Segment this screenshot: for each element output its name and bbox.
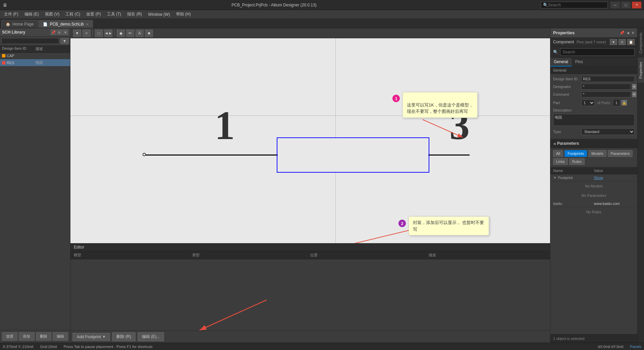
annotation-badge-1: 1: [392, 95, 400, 102]
toolbar-diamond-button[interactable]: ◆: [117, 30, 125, 37]
component-desc-0: [36, 54, 68, 58]
far-tab-properties[interactable]: Properties: [638, 57, 644, 83]
filter-button[interactable]: ▼: [610, 39, 617, 45]
menu-help[interactable]: 帮助 (H): [173, 11, 194, 18]
component-desc-1: 电阻: [36, 60, 68, 65]
minimize-button[interactable]: ─: [610, 2, 620, 8]
lib-search-button[interactable]: ▼: [60, 38, 69, 44]
maximize-button[interactable]: □: [621, 2, 631, 8]
param-btn-models[interactable]: Models: [588, 150, 606, 157]
parameters-collapse-icon[interactable]: ◀: [553, 142, 556, 145]
left-panel-title: SCH Library: [2, 30, 25, 35]
status-message: Press Tab to pause placement - Press F1 …: [64, 345, 153, 349]
design-item-id-section: Design Item ID Designator 👁 🔒 Comment 👁 …: [550, 74, 637, 139]
far-tab-components[interactable]: Components: [638, 28, 644, 57]
part-select[interactable]: 1: [581, 99, 595, 106]
add-button[interactable]: 添加: [19, 332, 34, 341]
footprint-expand-icon[interactable]: ▼: [553, 176, 557, 180]
comment-visibility-button[interactable]: 👁: [632, 92, 636, 97]
toolbar-pen-button[interactable]: ✏: [126, 30, 134, 37]
param-btn-parameters[interactable]: Parameters: [608, 150, 633, 157]
window-title: PCB_Project.PrjPcb - Altium Designer (20…: [7, 3, 541, 7]
tab-pins[interactable]: Pins: [572, 58, 587, 67]
component-id: CAP: [7, 54, 14, 58]
menu-tools[interactable]: 工具 (T): [104, 11, 124, 18]
menu-view[interactable]: 视图 (V): [42, 11, 62, 18]
edit-button[interactable]: 编辑: [53, 332, 68, 341]
editor-col-position: 位置: [310, 253, 429, 258]
param-btn-links[interactable]: Links: [553, 158, 568, 165]
designator-visibility-button[interactable]: 👁: [632, 84, 636, 89]
param-btn-all[interactable]: All: [553, 150, 563, 157]
param-btn-footprints[interactable]: Footprints: [565, 150, 587, 157]
properties-collapse-button[interactable]: ◄: [626, 31, 630, 35]
toolbar-rect-button[interactable]: □: [95, 30, 103, 37]
close-button[interactable]: ✕: [632, 2, 641, 8]
properties-tabs: General Pins: [550, 58, 637, 67]
grid-info: Grid:10mil: [40, 345, 57, 349]
list-item[interactable]: RES 电阻: [0, 59, 70, 67]
param-btn-rules[interactable]: Rules: [569, 158, 585, 165]
properties-pin-button[interactable]: 📌: [620, 31, 625, 35]
footprint-row[interactable]: ▼ Footprint Show: [550, 174, 637, 181]
baidu-row[interactable]: baidu www.baidu.com: [550, 200, 637, 207]
titlebar-search[interactable]: 🔍: [541, 2, 608, 8]
no-parameters-text: No Parameters: [550, 191, 637, 200]
toolbar-arrow-button[interactable]: ◄►: [104, 30, 112, 37]
add-footprint-button[interactable]: Add Footprint ▼: [72, 333, 110, 341]
tab-homepage[interactable]: 🏠 Home Page: [1, 20, 38, 28]
toolbar-text-button[interactable]: A: [136, 30, 144, 37]
left-panel-pin-button[interactable]: 📌: [51, 30, 56, 35]
left-panel-buttons: 放置 添加 删除 编辑: [0, 330, 70, 343]
schematic-canvas[interactable]: 1 3 1 这里可以写1K，但是这个是模型， 现在不要写，整个图画好后再写: [70, 38, 550, 243]
pins-label: Pins (and 7 more): [577, 40, 606, 44]
menu-file[interactable]: 文件 (F): [1, 11, 21, 18]
lib-search-input[interactable]: [1, 38, 59, 44]
toolbar-fill-button[interactable]: ■: [145, 30, 153, 37]
footprint-name: Footprint: [558, 176, 573, 180]
menu-edit[interactable]: 编辑 (E): [22, 11, 42, 18]
left-panel-menu-button[interactable]: ≡: [57, 30, 62, 35]
component-icon: [2, 61, 5, 64]
toolbar-filter-button[interactable]: ▼: [73, 30, 81, 37]
tab-close-button[interactable]: ✕: [86, 23, 89, 26]
delete-button[interactable]: 删除: [36, 332, 51, 341]
properties-close-button[interactable]: ✕: [631, 31, 635, 35]
place-button[interactable]: 放置: [2, 332, 17, 341]
type-select[interactable]: Standard Mechanical: [581, 128, 635, 135]
paste-button[interactable]: 📋: [627, 39, 635, 45]
editor-col-type: 类型: [192, 253, 311, 258]
copy-button[interactable]: ⎘: [619, 39, 626, 45]
footprint-show-link[interactable]: Show: [594, 176, 603, 180]
properties-search-input[interactable]: [560, 48, 635, 56]
menu-window[interactable]: Window (W): [145, 11, 172, 17]
designator-input[interactable]: [581, 84, 631, 90]
delete-footprint-button[interactable]: 删除 (R): [112, 332, 136, 341]
edit-footprint-button[interactable]: 编辑 (E)...: [138, 332, 164, 341]
toolbar-separator-2: [114, 30, 115, 36]
description-textarea[interactable]: [553, 114, 635, 126]
design-item-id-input[interactable]: [581, 76, 635, 82]
comment-row: Comment 👁 🔒: [553, 91, 635, 97]
selection-status: 1 object is selected: [550, 334, 637, 343]
titlebar-search-input[interactable]: [548, 3, 598, 7]
tab-schlib[interactable]: 📄 PCB_demo.SchLib ✕: [39, 20, 93, 28]
menu-project[interactable]: 工程 (C): [63, 11, 83, 18]
panels-button[interactable]: Panels: [630, 345, 641, 349]
component-type-row: Component Pins (and 7 more) ▼ ⎘ 📋: [550, 38, 637, 47]
component-label: Component: [553, 40, 574, 44]
left-panel-close-button[interactable]: ✕: [63, 30, 68, 35]
toolbar-separator: [93, 30, 93, 36]
tooltip-2-text: 封装，添加后可以显示， 也暂时不要写: [413, 220, 484, 232]
add-footprint-dropdown-icon[interactable]: ▼: [102, 335, 106, 339]
menu-reports[interactable]: 报告 (R): [124, 11, 145, 18]
add-footprint-label: Add Footprint: [77, 335, 101, 339]
toolbar-add-button[interactable]: +: [83, 30, 91, 37]
comment-input[interactable]: [581, 91, 631, 97]
tooltip-2: 封装，添加后可以显示， 也暂时不要写: [409, 216, 489, 235]
designator-row: Designator 👁 🔒: [553, 84, 635, 90]
part-lock-button[interactable]: 🔒: [622, 100, 627, 105]
list-item[interactable]: CAP: [0, 53, 70, 59]
tab-general[interactable]: General: [550, 58, 572, 67]
menu-place[interactable]: 放置 (P): [84, 11, 103, 18]
